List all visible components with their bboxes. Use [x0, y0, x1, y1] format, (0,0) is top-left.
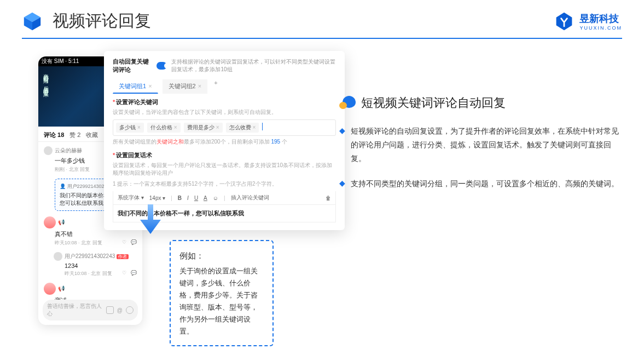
brand-logo: 昱新科技 YUUXIN.COM: [554, 12, 622, 31]
size-select[interactable]: 14px ▾: [149, 195, 165, 201]
example-callout: 例如： 关于询价的设置成一组关键词，多少钱、什么价格，费用多少等。关于咨询班型、…: [170, 240, 274, 346]
avatar: [44, 283, 56, 295]
logo-icon: [554, 12, 574, 31]
italic-button[interactable]: I: [187, 195, 189, 201]
phone-tab-comments[interactable]: 评论 18: [44, 131, 64, 139]
avatar: [54, 252, 62, 261]
color-button[interactable]: A: [204, 195, 207, 201]
avatar-icon: 👤: [60, 184, 66, 189]
keyword-group-tab-2[interactable]: 关键词组2×: [163, 79, 208, 94]
comment-input[interactable]: 善语结善缘，恶言伤人心 @: [43, 300, 138, 321]
logo-text-en: YUUXIN.COM: [579, 25, 622, 31]
settings-panel: 自动回复关键词评论 支持根据评论的关键词设置回复话术，可以针对不同类型关键词设置…: [104, 51, 345, 230]
editor-toolbar: 系统字体 ▾ 14px ▾ | B I U A ☺ | 插入评论关键词 🗑: [113, 191, 336, 205]
close-icon[interactable]: ×: [148, 83, 152, 89]
keyword-chip[interactable]: 多少钱×: [116, 123, 144, 133]
keyword-group-tab-1[interactable]: 关键词组1×: [113, 79, 158, 94]
page-title: 视频评论回复: [53, 10, 151, 32]
arrow-icon: [137, 204, 164, 234]
add-group-button[interactable]: +: [214, 79, 217, 94]
font-select[interactable]: 系统字体 ▾: [118, 194, 144, 202]
logo-text-cn: 昱新科技: [579, 12, 622, 25]
heart-icon[interactable]: ♡ 💬: [122, 239, 137, 245]
phone-tab-fav[interactable]: 收藏: [86, 131, 98, 139]
divider: [22, 38, 622, 39]
bullet-item: ◆短视频评论的自动回复设置，为了提升作者的评论回复效率，在系统中针对常见的评论用…: [339, 124, 622, 166]
keyword-chip[interactable]: 费用是多少×: [184, 123, 223, 133]
section-title: 设置回复话术: [116, 152, 152, 158]
at-icon[interactable]: @: [117, 307, 123, 313]
close-icon[interactable]: ×: [198, 83, 201, 89]
bold-button[interactable]: B: [178, 195, 182, 201]
avatar: [44, 146, 53, 155]
cube-icon: [22, 11, 43, 32]
section-heading: 短视频关键词评论自动回复: [339, 95, 622, 111]
section-title: 设置评论关键词: [116, 99, 158, 105]
keyword-chips-input[interactable]: 多少钱× 什么价格× 费用是多少× 怎么收费×: [113, 119, 336, 136]
toggle-label: 自动回复关键词评论: [113, 58, 152, 74]
heart-icon[interactable]: ♡ 💬: [122, 270, 137, 276]
bullet-item: ◆支持不同类型的关键词分组，同一类问题，可设置多个相近的、高频的关键词。: [339, 177, 622, 191]
speaker-icon: 📢: [58, 219, 65, 225]
keyword-chip[interactable]: 怎么收费×: [226, 123, 259, 133]
keyword-chip[interactable]: 什么价格×: [147, 123, 181, 133]
auto-reply-toggle[interactable]: [156, 62, 167, 70]
comment-item: 用户2299214302243作者 1234 昨天10:08 · 北京 回复♡ …: [54, 252, 137, 277]
emoji-button[interactable]: ☺: [213, 195, 218, 201]
underline-button[interactable]: U: [194, 195, 198, 201]
delete-icon[interactable]: 🗑: [326, 195, 331, 201]
speaker-icon: 📢: [58, 285, 65, 291]
insert-keyword-button[interactable]: 插入评论关键词: [231, 194, 269, 202]
avatar: [44, 216, 56, 228]
chat-bubble-icon: [339, 96, 356, 110]
plus-icon[interactable]: [126, 306, 134, 314]
emoji-icon[interactable]: [106, 306, 114, 314]
phone-tab-likes[interactable]: 赞 2: [69, 131, 80, 139]
